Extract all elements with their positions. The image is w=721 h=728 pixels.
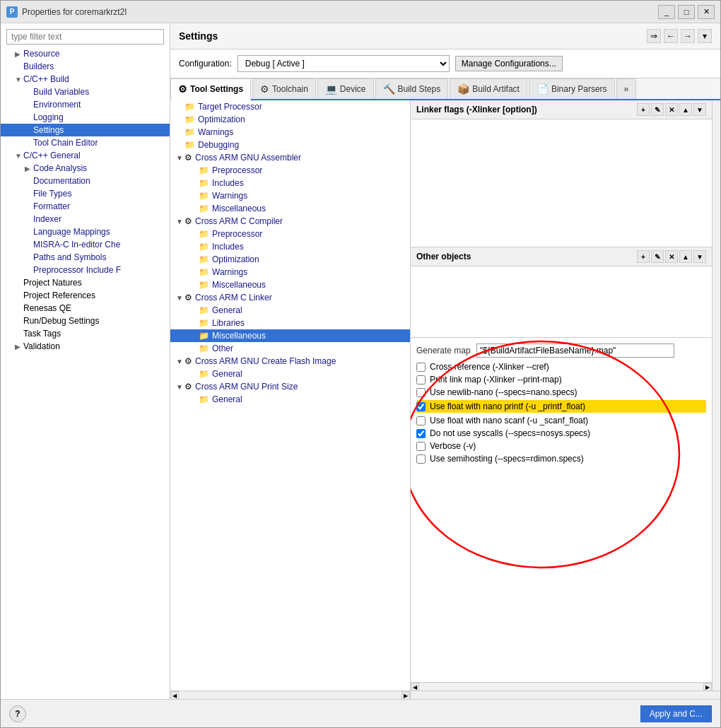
tab-binary-parsers[interactable]: 📄 Binary Parsers [529,78,615,99]
scroll-left-btn[interactable]: ◀ [170,691,179,699]
right-scroll[interactable] [411,691,720,699]
scroll-right-button[interactable]: ▶ [703,683,712,691]
tree-item-cross-arm-flash[interactable]: ▼ ⚙ Cross ARM GNU Create Flash Image [170,355,410,368]
tab-more[interactable]: » [616,78,637,99]
scroll-track[interactable] [179,691,401,699]
move-down-icon[interactable]: ▼ [693,103,706,116]
sidebar-item-project-references[interactable]: Project References [1,289,170,302]
tab-device[interactable]: 💻 Device [317,78,374,99]
sidebar-item-settings[interactable]: Settings [1,124,170,136]
maximize-button[interactable]: □ [678,5,695,19]
vertical-scrollbar[interactable] [712,100,720,691]
no-syscalls-checkbox[interactable] [416,429,426,438]
delete-icon[interactable]: ✕ [665,250,678,263]
tab-build-artifact[interactable]: 📦 Build Artifact [450,78,527,99]
tree-item-c-miscellaneous[interactable]: 📁 Miscellaneous [170,278,410,291]
newlib-nano-checkbox[interactable] [416,388,426,397]
sidebar-item-task-tags[interactable]: Task Tags [1,327,170,340]
sidebar-item-ccpp-build[interactable]: ▼ C/C++ Build [1,73,170,86]
scroll-right-btn[interactable]: ▶ [401,691,410,699]
tree-item-print-general[interactable]: 📁 General [170,393,410,406]
tree-item-warnings[interactable]: 📁 Warnings [170,126,410,139]
tree-item-c-warnings[interactable]: 📁 Warnings [170,266,410,278]
sidebar-item-resource[interactable]: ▶ Resource [1,47,170,60]
move-up-icon[interactable]: ▲ [679,250,692,263]
close-button[interactable]: ✕ [698,5,715,19]
tree-item-linker-miscellaneous[interactable]: 📁 Miscellaneous [170,329,410,342]
sidebar-item-indexer[interactable]: Indexer [1,213,170,225]
sidebar-item-run-debug[interactable]: Run/Debug Settings [1,315,170,327]
generate-map-input[interactable] [476,344,674,358]
help-button[interactable]: ? [9,705,26,722]
tab-toolchain[interactable]: ⚙ Toolchain [252,78,316,99]
tree-item-c-optimization[interactable]: 📁 Optimization [170,253,410,266]
edit-icon[interactable]: ✎ [651,250,664,263]
add-icon[interactable]: + [637,103,650,116]
scroll-track[interactable] [419,683,703,691]
sidebar-item-build-variables[interactable]: Build Variables [1,86,170,98]
move-down-icon[interactable]: ▼ [693,250,706,263]
scroll-left-button[interactable]: ◀ [411,683,419,691]
folder-icon: 📁 [199,178,209,188]
expand-arrow: ▼ [176,383,184,391]
sidebar-item-misra-c[interactable]: MISRA-C In-editor Che [1,238,170,251]
sidebar-item-code-analysis[interactable]: ▶ Code Analysis [1,162,170,175]
sidebar-item-project-natures[interactable]: Project Natures [1,276,170,289]
back-icon[interactable]: ← [664,29,678,43]
tree-item-cross-arm-c-linker[interactable]: ▼ ⚙ Cross ARM C Linker [170,291,410,304]
sidebar-item-documentation[interactable]: Documentation [1,175,170,187]
horizontal-scrollbar[interactable]: ◀ ▶ [411,682,712,691]
forward-icon[interactable]: ⇒ [647,29,661,43]
sidebar-item-renesas-qe[interactable]: Renesas QE [1,302,170,315]
edit-icon[interactable]: ✎ [651,103,664,116]
tree-item-cross-arm-gnu-assembler[interactable]: ▼ ⚙ Cross ARM GNU Assembler [170,151,410,164]
sidebar-item-logging[interactable]: Logging [1,111,170,124]
tree-item-asm-preprocessor[interactable]: 📁 Preprocessor [170,164,410,177]
tree-item-asm-includes[interactable]: 📁 Includes [170,177,410,189]
float-printf-checkbox[interactable] [416,402,426,411]
verbose-checkbox[interactable] [416,442,426,451]
print-map-checkbox[interactable] [416,375,426,384]
other-objects-content [411,266,712,337]
sidebar-item-preprocessor-include[interactable]: Preprocessor Include F [1,264,170,276]
tab-tool-settings[interactable]: ⚙ Tool Settings [170,78,251,100]
sidebar-item-ccpp-general[interactable]: ▼ C/C++ General [1,149,170,162]
tree-item-cross-arm-print[interactable]: ▼ ⚙ Cross ARM GNU Print Size [170,380,410,393]
tree-item-cross-arm-c-compiler[interactable]: ▼ ⚙ Cross ARM C Compiler [170,215,410,228]
tab-build-steps[interactable]: 🔨 Build Steps [375,78,449,99]
sidebar-item-paths-and-symbols[interactable]: Paths and Symbols [1,251,170,264]
sidebar-item-environment[interactable]: Environment [1,98,170,111]
tree-item-asm-warnings[interactable]: 📁 Warnings [170,189,410,202]
tree-item-target-processor[interactable]: 📁 Target Processor [170,100,410,113]
semihosting-checkbox[interactable] [416,454,426,464]
sidebar-item-tool-chain-editor[interactable]: Tool Chain Editor [1,136,170,149]
sidebar-item-builders[interactable]: Builders [1,60,170,73]
delete-icon[interactable]: ✕ [665,103,678,116]
sidebar-item-formatter[interactable]: Formatter [1,200,170,213]
next-icon[interactable]: → [681,29,695,43]
apply-close-button[interactable]: Apply and C... [640,705,712,722]
manage-configurations-button[interactable]: Manage Configurations... [455,56,563,71]
tree-item-linker-other[interactable]: 📁 Other [170,342,410,355]
configuration-select[interactable]: Debug [ Active ] [238,55,450,72]
split-area: 📁 Target Processor 📁 Optimization 📁 Warn… [170,100,720,691]
tree-item-c-preprocessor[interactable]: 📁 Preprocessor [170,228,410,240]
search-input[interactable] [6,29,164,45]
sidebar-item-validation[interactable]: ▶ Validation [1,340,170,353]
tree-item-optimization[interactable]: 📁 Optimization [170,113,410,126]
tree-item-c-includes[interactable]: 📁 Includes [170,240,410,253]
minimize-button[interactable]: _ [658,5,675,19]
sidebar-item-language-mappings[interactable]: Language Mappings [1,225,170,238]
tree-item-debugging[interactable]: 📁 Debugging [170,139,410,151]
tree-item-linker-libraries[interactable]: 📁 Libraries [170,317,410,329]
tree-item-label: Cross ARM GNU Create Flash Image [195,356,336,366]
tree-item-flash-general[interactable]: 📁 General [170,368,410,380]
float-scanf-checkbox[interactable] [416,416,426,425]
move-up-icon[interactable]: ▲ [679,103,692,116]
tree-item-asm-miscellaneous[interactable]: 📁 Miscellaneous [170,202,410,215]
cross-ref-checkbox[interactable] [416,363,426,372]
menu-icon[interactable]: ▾ [698,29,712,43]
tree-item-linker-general[interactable]: 📁 General [170,304,410,317]
add-icon[interactable]: + [637,250,650,263]
sidebar-item-file-types[interactable]: File Types [1,187,170,200]
